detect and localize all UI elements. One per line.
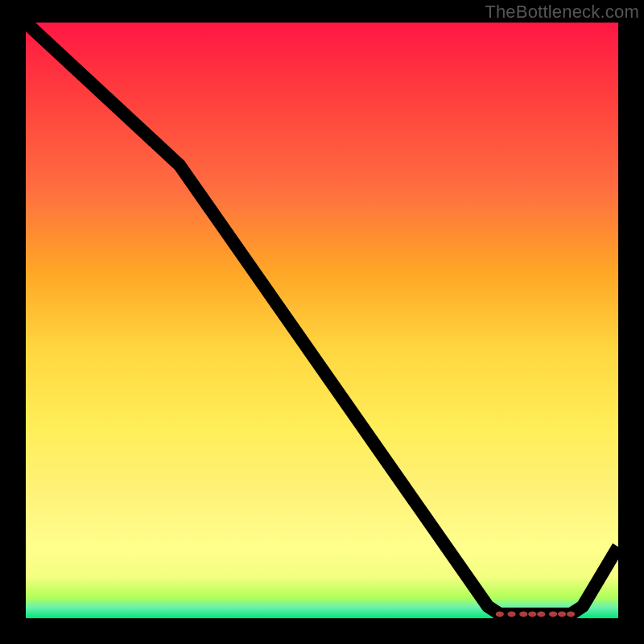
marker-dot bbox=[537, 611, 545, 617]
marker-dot bbox=[496, 611, 504, 617]
marker-dot bbox=[549, 611, 557, 617]
marker-dot bbox=[567, 611, 575, 617]
marker-dot bbox=[558, 611, 566, 617]
watermark-text: TheBottleneck.com bbox=[485, 2, 639, 23]
bottleneck-curve bbox=[26, 23, 618, 614]
marker-dot bbox=[519, 611, 527, 617]
plot-area bbox=[26, 23, 618, 618]
marker-dot bbox=[528, 611, 536, 617]
chart-frame: TheBottleneck.com bbox=[0, 0, 644, 644]
marker-dot bbox=[507, 611, 515, 617]
plot-svg bbox=[26, 23, 618, 618]
